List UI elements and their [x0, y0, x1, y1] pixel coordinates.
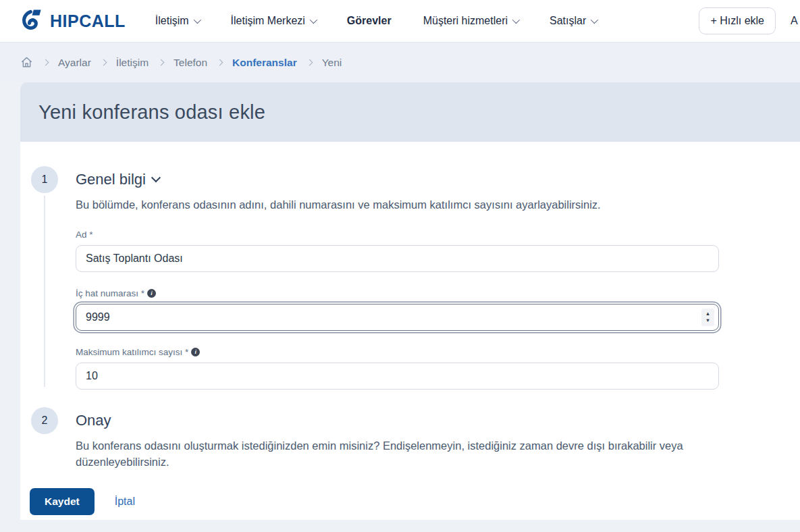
nav-item-label: Görevler [347, 15, 392, 27]
extension-number-input[interactable] [76, 304, 719, 331]
quick-add-button[interactable]: + Hızlı ekle [699, 7, 776, 34]
breadcrumb-ayarlar[interactable]: Ayarlar [58, 57, 91, 69]
step-rail: 2 [31, 407, 58, 471]
max-participants-input[interactable] [76, 363, 719, 390]
step-title-onay: Onay [76, 412, 719, 429]
chevron-right-icon [158, 59, 165, 66]
chevron-down-icon [151, 173, 161, 182]
step-description: Bu konferans odasını oluşturmak istediği… [76, 438, 719, 471]
nav-item-iletisim[interactable]: İletişim [155, 15, 199, 27]
breadcrumb-iletisim[interactable]: İletişim [116, 57, 149, 69]
home-icon[interactable] [20, 56, 33, 69]
form-actions: Kaydet İptal [30, 488, 800, 515]
page-header-band: Yeni konferans odası ekle [20, 82, 800, 142]
brand-name: HIPCALL [50, 11, 126, 31]
nav-item-label: Müşteri hizmetleri [423, 15, 508, 27]
nav-item-iletisim-merkezi[interactable]: İletişim Merkezi [231, 15, 315, 27]
form-card: 1 Genel bilgi Bu bölümde, konferans odas… [20, 142, 800, 520]
chevron-down-icon [193, 16, 201, 24]
chevron-down-icon [512, 16, 520, 24]
save-button[interactable]: Kaydet [30, 488, 95, 515]
nav-item-gorevler[interactable]: Görevler [347, 15, 392, 27]
field-label-ad: Ad * [76, 230, 719, 240]
nav-item-satislar[interactable]: Satışlar [550, 15, 596, 27]
step-title-label: Genel bilgi [76, 171, 146, 188]
step-rail: 1 [31, 166, 58, 390]
step-number-badge: 2 [31, 407, 58, 434]
step-connector-line [44, 196, 45, 387]
field-group-name: Ad * [76, 230, 719, 272]
step-general-info: 1 Genel bilgi Bu bölümde, konferans odas… [31, 166, 800, 390]
field-group-extension: İç hat numarası * i ▲ ▼ [76, 288, 719, 331]
chevron-right-icon [100, 59, 107, 66]
chevron-down-icon [310, 16, 317, 24]
name-input[interactable] [76, 245, 719, 272]
breadcrumb-konferanslar[interactable]: Konferanslar [232, 57, 297, 69]
field-label-text: Ad * [76, 230, 93, 240]
info-icon[interactable]: i [147, 289, 156, 298]
breadcrumb: Ayarlar İletişim Telefon Konferanslar Ye… [0, 42, 800, 82]
main-menu: İletişim İletişim Merkezi Görevler Müşte… [155, 15, 596, 27]
info-icon[interactable]: i [191, 348, 200, 356]
chevron-right-icon [43, 59, 49, 66]
page-title: Yeni konferans odası ekle [38, 101, 265, 124]
top-nav: HIPCALL İletişim İletişim Merkezi Görevl… [0, 0, 800, 42]
field-label-maksimum: Maksimum katılımcı sayısı * i [76, 347, 719, 357]
step-description: Bu bölümde, konferans odasının adını, da… [76, 197, 719, 213]
nav-item-label: Satışlar [550, 15, 586, 27]
breadcrumb-telefon[interactable]: Telefon [174, 57, 207, 69]
stepper-down-icon[interactable]: ▼ [705, 318, 710, 323]
field-label-text: İç hat numarası * [76, 288, 144, 298]
chevron-right-icon [217, 59, 223, 66]
field-group-max-participants: Maksimum katılımcı sayısı * i [76, 347, 719, 390]
nav-item-musteri-hizmetleri[interactable]: Müşteri hizmetleri [423, 15, 518, 27]
step-title-genel-bilgi[interactable]: Genel bilgi [76, 171, 719, 188]
field-label-ic-hat: İç hat numarası * i [76, 288, 719, 298]
step-title-label: Onay [76, 412, 111, 429]
step-number-badge: 1 [31, 166, 58, 193]
field-label-text: Maksimum katılımcı sayısı * [76, 347, 188, 357]
step-confirmation: 2 Onay Bu konferans odasını oluşturmak i… [31, 407, 800, 471]
stepper-up-icon[interactable]: ▲ [705, 311, 710, 316]
hipcall-logo-icon [20, 7, 45, 34]
chevron-right-icon [306, 59, 313, 66]
nav-item-label: İletişim Merkezi [231, 15, 305, 27]
nav-item-partial-right[interactable]: A [791, 15, 800, 27]
cancel-button[interactable]: İptal [115, 496, 135, 508]
chevron-down-icon [591, 16, 598, 24]
number-stepper[interactable]: ▲ ▼ [701, 309, 714, 326]
hipcall-logo[interactable]: HIPCALL [20, 7, 126, 34]
breadcrumb-yeni: Yeni [322, 57, 342, 69]
nav-item-label: İletişim [155, 15, 189, 27]
